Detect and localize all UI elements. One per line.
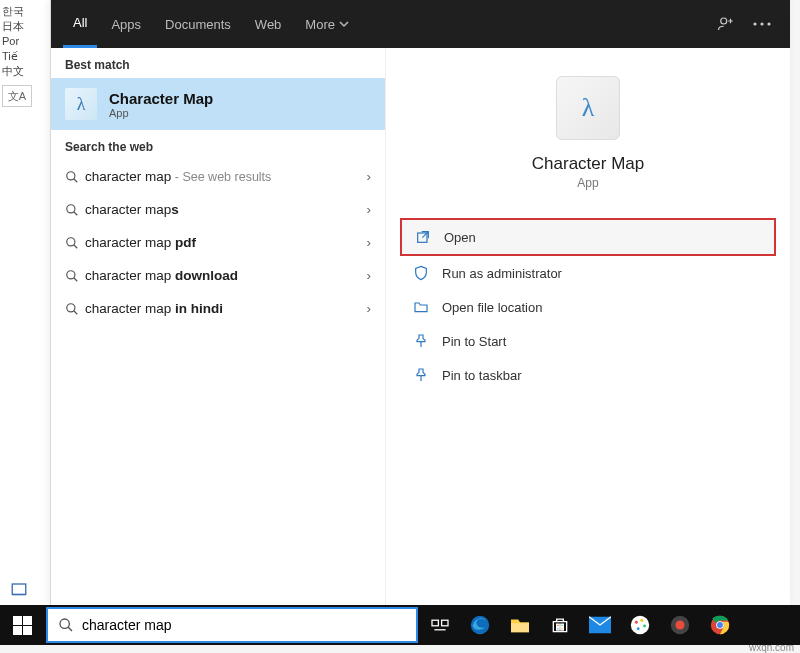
search-input[interactable]	[82, 617, 406, 633]
svg-point-3	[767, 22, 770, 25]
web-result-2[interactable]: character map pdf ›	[51, 226, 385, 259]
tab-apps[interactable]: Apps	[101, 0, 151, 48]
svg-rect-12	[432, 620, 438, 626]
svg-rect-15	[511, 623, 529, 632]
svg-point-24	[643, 624, 646, 627]
tab-all[interactable]: All	[63, 0, 97, 48]
action-file-location[interactable]: Open file location	[400, 290, 776, 324]
svg-rect-10	[12, 584, 26, 595]
start-button[interactable]	[0, 605, 44, 645]
svg-point-6	[67, 237, 75, 245]
windows-logo-icon	[13, 616, 32, 635]
svg-point-5	[67, 204, 75, 212]
search-results-panel: All Apps Documents Web More Best match λ…	[50, 0, 790, 605]
best-match-header: Best match	[51, 48, 385, 78]
tab-more[interactable]: More	[295, 0, 359, 48]
pin-icon	[412, 333, 430, 349]
action-run-admin[interactable]: Run as administrator	[400, 256, 776, 290]
folder-icon	[412, 299, 430, 315]
chevron-right-icon: ›	[367, 202, 372, 217]
watermark: wxqn.com	[749, 642, 794, 653]
svg-point-0	[721, 18, 727, 24]
search-icon	[65, 236, 85, 250]
app-icon[interactable]	[660, 605, 700, 645]
svg-point-4	[67, 171, 75, 179]
taskbar-search[interactable]	[46, 607, 418, 643]
svg-rect-19	[561, 628, 564, 631]
feedback-icon[interactable]	[710, 8, 742, 40]
svg-point-22	[635, 621, 638, 624]
background-text: 한국 日本 Por Tiế 中文 文A	[0, 0, 50, 605]
svg-point-2	[760, 22, 763, 25]
svg-point-23	[640, 619, 643, 622]
svg-point-30	[717, 622, 723, 628]
svg-rect-16	[557, 624, 560, 627]
svg-point-7	[67, 270, 75, 278]
best-match-item[interactable]: λ Character Map App	[51, 78, 385, 130]
svg-point-27	[675, 620, 684, 629]
svg-point-11	[60, 619, 69, 628]
translate-icon: 文A	[2, 85, 32, 107]
shield-icon	[412, 265, 430, 281]
preview-pane: λ Character Map App Open Run as administ…	[386, 48, 790, 605]
svg-point-1	[753, 22, 756, 25]
more-options-icon[interactable]	[746, 8, 778, 40]
svg-rect-13	[442, 620, 448, 626]
mail-icon[interactable]	[580, 605, 620, 645]
preview-subtitle: App	[400, 176, 776, 190]
chrome-icon[interactable]	[700, 605, 740, 645]
action-pin-taskbar[interactable]: Pin to taskbar	[400, 358, 776, 392]
best-match-subtitle: App	[109, 107, 213, 119]
chevron-right-icon: ›	[367, 169, 372, 184]
svg-point-25	[637, 627, 640, 630]
search-icon	[65, 203, 85, 217]
web-result-0[interactable]: character map - See web results ›	[51, 160, 385, 193]
taskbar	[0, 605, 800, 645]
action-pin-start[interactable]: Pin to Start	[400, 324, 776, 358]
best-match-title: Character Map	[109, 90, 213, 107]
search-icon	[58, 617, 74, 633]
character-map-icon: λ	[65, 88, 97, 120]
tab-documents[interactable]: Documents	[155, 0, 241, 48]
tray-icon[interactable]	[10, 581, 28, 599]
paint-icon[interactable]	[620, 605, 660, 645]
action-open[interactable]: Open	[400, 218, 776, 256]
web-result-4[interactable]: character map in hindi ›	[51, 292, 385, 325]
search-web-header: Search the web	[51, 130, 385, 160]
store-icon[interactable]	[540, 605, 580, 645]
svg-rect-17	[561, 624, 564, 627]
edge-icon[interactable]	[460, 605, 500, 645]
results-list: Best match λ Character Map App Search th…	[51, 48, 386, 605]
svg-rect-18	[557, 628, 560, 631]
task-view-icon[interactable]	[420, 605, 460, 645]
search-icon	[65, 302, 85, 316]
open-icon	[414, 229, 432, 245]
filter-tabs: All Apps Documents Web More	[51, 0, 790, 48]
search-icon	[65, 269, 85, 283]
web-result-3[interactable]: character map download ›	[51, 259, 385, 292]
search-icon	[65, 170, 85, 184]
app-large-icon: λ	[556, 76, 620, 140]
pin-icon	[412, 367, 430, 383]
svg-point-8	[67, 303, 75, 311]
file-explorer-icon[interactable]	[500, 605, 540, 645]
chevron-right-icon: ›	[367, 301, 372, 316]
web-result-1[interactable]: character maps ›	[51, 193, 385, 226]
tab-web[interactable]: Web	[245, 0, 292, 48]
chevron-right-icon: ›	[367, 268, 372, 283]
svg-point-21	[631, 616, 649, 634]
preview-title: Character Map	[400, 154, 776, 174]
chevron-right-icon: ›	[367, 235, 372, 250]
